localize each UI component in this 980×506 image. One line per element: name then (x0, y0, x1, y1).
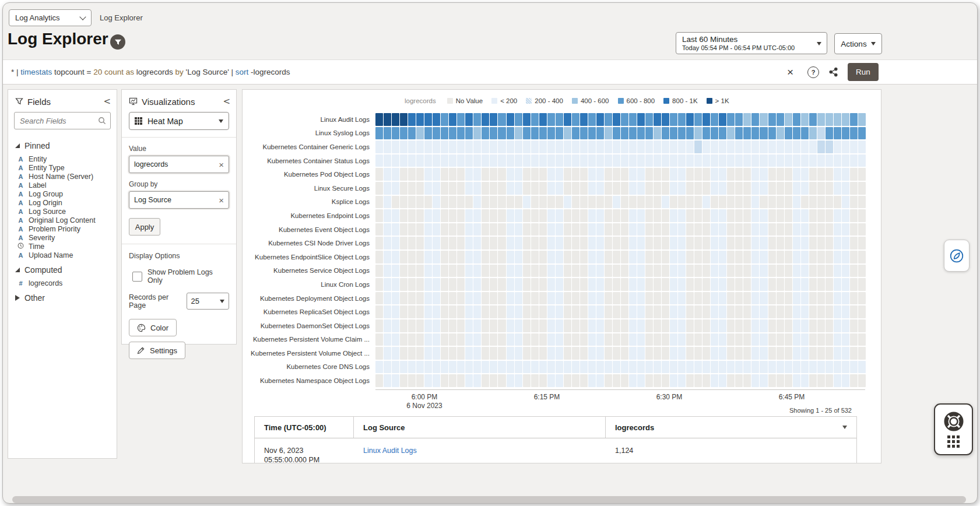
heatmap-cell[interactable] (686, 209, 694, 222)
heatmap-cell[interactable] (727, 223, 735, 236)
heatmap-cell[interactable] (539, 251, 547, 263)
heatmap-cell[interactable] (588, 319, 596, 332)
heatmap-cell[interactable] (834, 182, 841, 195)
heatmap-cell[interactable] (384, 127, 391, 140)
heatmap-cell[interactable] (629, 265, 637, 277)
heatmap-cell[interactable] (751, 209, 759, 222)
heatmap-cell[interactable] (400, 223, 408, 236)
heatmap-cell[interactable] (613, 113, 620, 126)
heatmap-cell[interactable] (735, 333, 743, 346)
heatmap-cell[interactable] (842, 374, 849, 387)
heatmap-cell[interactable] (801, 113, 809, 126)
heatmap-cell[interactable] (515, 278, 522, 291)
heatmap-cell[interactable] (596, 333, 604, 346)
heatmap-cell[interactable] (515, 182, 522, 195)
heatmap-cell[interactable] (662, 182, 669, 195)
heatmap-cell[interactable] (834, 223, 841, 236)
heatmap-cell[interactable] (842, 127, 849, 140)
heatmap-cell[interactable] (834, 265, 841, 277)
heatmap-cell[interactable] (375, 278, 383, 291)
heatmap-cell[interactable] (629, 374, 637, 387)
heatmap-cell[interactable] (596, 251, 604, 263)
heatmap-cell[interactable] (834, 292, 841, 305)
heatmap-cell[interactable] (384, 209, 391, 222)
heatmap-cell[interactable] (473, 361, 481, 374)
heatmap-cell[interactable] (694, 182, 702, 195)
heatmap-cell[interactable] (678, 237, 686, 250)
heatmap-cell[interactable] (596, 223, 604, 236)
heatmap-cell[interactable] (801, 237, 809, 250)
heatmap-cell[interactable] (621, 223, 628, 236)
heatmap-cell[interactable] (507, 223, 514, 236)
heatmap-cell[interactable] (719, 127, 726, 140)
heatmap-cell[interactable] (408, 347, 416, 360)
heatmap-cell[interactable] (384, 361, 391, 374)
heatmap-cell[interactable] (751, 333, 759, 346)
heatmap-cell[interactable] (817, 265, 825, 277)
heatmap-cell[interactable] (465, 361, 473, 374)
heatmap-cell[interactable] (580, 223, 588, 236)
heatmap-cell[interactable] (539, 361, 547, 374)
heatmap-cell[interactable] (793, 182, 800, 195)
heatmap-cell[interactable] (572, 251, 579, 263)
heatmap-cell[interactable] (711, 209, 718, 222)
heatmap-cell[interactable] (441, 292, 448, 305)
heatmap-cell[interactable] (605, 237, 612, 250)
heatmap-cell[interactable] (662, 154, 669, 167)
field-item-host-name-server-[interactable]: AHost Name (Server) (15, 172, 112, 181)
heatmap-cell[interactable] (580, 347, 588, 360)
heatmap-cell[interactable] (547, 361, 555, 374)
heatmap-cell[interactable] (826, 361, 833, 374)
heatmap-cell[interactable] (523, 305, 531, 318)
heatmap-cell[interactable] (613, 237, 620, 250)
heatmap-cell[interactable] (588, 265, 596, 277)
heatmap-cell[interactable] (711, 237, 718, 250)
heatmap-cell[interactable] (490, 127, 497, 140)
heatmap-cell[interactable] (473, 223, 481, 236)
heatmap-cell[interactable] (768, 237, 776, 250)
heatmap-cell[interactable] (507, 127, 514, 140)
heatmap-cell[interactable] (686, 319, 694, 332)
heatmap-cell[interactable] (531, 333, 539, 346)
heatmap-cell[interactable] (858, 196, 866, 209)
heatmap-cell[interactable] (531, 196, 539, 209)
heatmap-cell[interactable] (801, 265, 809, 277)
heatmap-cell[interactable] (531, 182, 539, 195)
heatmap-cell[interactable] (834, 319, 841, 332)
heatmap-cell[interactable] (482, 305, 489, 318)
heatmap-cell[interactable] (662, 223, 669, 236)
heatmap-cell[interactable] (441, 168, 448, 181)
heatmap-cell[interactable] (392, 319, 399, 332)
heatmap-cell[interactable] (449, 209, 456, 222)
heatmap-cell[interactable] (375, 237, 383, 250)
heatmap-cell[interactable] (531, 237, 539, 250)
heatmap-cell[interactable] (654, 319, 661, 332)
heatmap-cell[interactable] (605, 140, 612, 153)
heatmap-cell[interactable] (539, 305, 547, 318)
heatmap-cell[interactable] (645, 292, 653, 305)
heatmap-cell[interactable] (457, 154, 465, 167)
heatmap-cell[interactable] (408, 319, 416, 332)
heatmap-cell[interactable] (850, 347, 858, 360)
heatmap-cell[interactable] (629, 361, 637, 374)
results-header-logrecords[interactable]: logrecords (606, 417, 856, 438)
field-item-label[interactable]: ALabel (15, 181, 112, 189)
heatmap-cell[interactable] (613, 361, 620, 374)
heatmap-cell[interactable] (572, 154, 579, 167)
heatmap-cell[interactable] (793, 223, 800, 236)
heatmap-cell[interactable] (694, 292, 702, 305)
heatmap-cell[interactable] (826, 333, 833, 346)
heatmap-cell[interactable] (817, 209, 825, 222)
heatmap-cell[interactable] (834, 140, 841, 153)
heatmap-cell[interactable] (760, 237, 767, 250)
heatmap-cell[interactable] (850, 127, 858, 140)
heatmap-cell[interactable] (433, 361, 440, 374)
heatmap-cell[interactable] (392, 251, 399, 263)
heatmap-cell[interactable] (629, 333, 637, 346)
heatmap-cell[interactable] (768, 182, 776, 195)
heatmap-cell[interactable] (670, 168, 677, 181)
heatmap-cell[interactable] (605, 265, 612, 277)
heatmap-cell[interactable] (637, 182, 645, 195)
heatmap-cell[interactable] (735, 127, 743, 140)
heatmap-cell[interactable] (605, 347, 612, 360)
